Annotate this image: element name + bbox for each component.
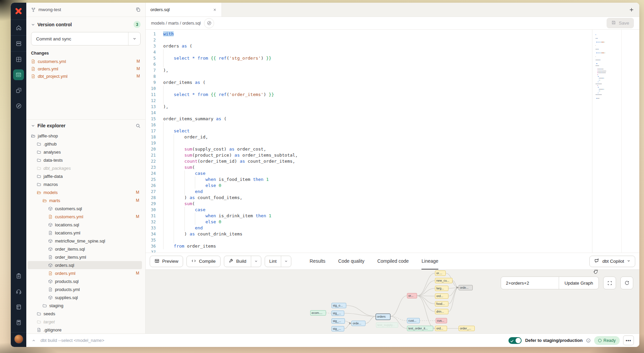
commit-and-sync-button[interactable]: Commit and sync — [31, 32, 141, 45]
file-tree-item[interactable]: target — [28, 318, 142, 326]
lineage-node[interactable]: cust... — [407, 318, 420, 323]
file-tree-item[interactable]: modelsM — [28, 188, 142, 196]
lineage-node[interactable]: larg... — [435, 286, 448, 291]
file-tree-item[interactable]: locations.yml — [28, 229, 142, 237]
docs-icon[interactable] — [11, 299, 26, 315]
commit-dropdown-caret[interactable] — [128, 32, 140, 45]
lineage-node[interactable]: test_order_it... — [407, 326, 433, 331]
lineage-node[interactable]: order_... — [459, 326, 475, 331]
file-tree-item[interactable]: order_items.yml — [28, 253, 142, 261]
status-badge[interactable]: Ready — [594, 336, 620, 345]
overflow-menu-button[interactable]: ••• — [623, 335, 634, 345]
file-tree-item[interactable]: products.sql — [28, 277, 142, 285]
update-graph-button[interactable]: Update Graph — [559, 277, 598, 289]
lineage-node[interactable]: stg_... — [331, 311, 344, 316]
lineage-node[interactable]: orde... — [351, 321, 365, 326]
file-tree-item[interactable]: jaffle-data — [28, 172, 142, 180]
change-item[interactable]: orders.ymlM — [31, 65, 141, 72]
chevron-up-icon[interactable] — [32, 339, 36, 343]
command-input[interactable]: dbt build --select <model_name> — [40, 338, 104, 343]
chevron-down-icon[interactable] — [31, 124, 35, 128]
refresh-button[interactable] — [620, 277, 633, 289]
lineage-node[interactable]: cus... — [436, 318, 447, 323]
file-tree-item[interactable]: locations.sql — [28, 221, 142, 229]
copy-icon[interactable] — [136, 7, 141, 12]
lineage-node[interactable]: test_supply... — [376, 322, 398, 328]
fullscreen-button[interactable] — [603, 277, 616, 289]
lineage-node[interactable]: or... — [407, 293, 417, 298]
clipboard-icon[interactable] — [11, 268, 26, 284]
dbt-copilot-button[interactable]: dbt Copilot — [589, 256, 635, 267]
lineage-node[interactable]: stg_... — [331, 318, 345, 324]
file-tree-item[interactable]: metricflow_time_spine.sql — [28, 237, 142, 245]
file-tree-item[interactable]: dbt_packages — [28, 164, 142, 172]
file-tree-item[interactable]: analyses — [28, 148, 142, 156]
changelog-icon[interactable] — [11, 315, 26, 330]
ide-editor-icon[interactable] — [11, 67, 26, 83]
panel-tab-lineage[interactable]: Lineage — [421, 253, 438, 270]
info-icon[interactable] — [586, 338, 591, 343]
panel-tab-compiled-code[interactable]: Compiled code — [377, 253, 409, 270]
file-tree-item[interactable]: supplies.sql — [28, 293, 142, 301]
selector-input[interactable]: 2+orders+2 — [501, 277, 559, 289]
layers-icon[interactable] — [11, 36, 26, 51]
lineage-node[interactable]: ecom.... — [310, 310, 326, 316]
lineage-node[interactable]: ord... — [435, 326, 447, 331]
compile-button[interactable]: Compile — [186, 256, 221, 267]
lineage-node[interactable]: or.... — [435, 270, 446, 276]
lineage-node[interactable]: orde... — [459, 285, 473, 290]
lineage-node[interactable]: new_cu... — [435, 278, 452, 283]
build-dropdown-caret[interactable] — [251, 256, 261, 267]
new-tab-button[interactable] — [624, 3, 639, 17]
file-tree-item[interactable]: customers.ymlM — [28, 213, 142, 221]
file-tree-item[interactable]: order_items.sql — [28, 245, 142, 253]
dbt-logo[interactable] — [11, 3, 26, 20]
file-tree-item[interactable]: macros — [28, 180, 142, 188]
dashboard-grid-icon[interactable] — [11, 52, 26, 67]
lineage-node[interactable]: drin... — [435, 309, 448, 314]
close-icon[interactable] — [213, 8, 217, 12]
lineage-panel[interactable]: ecom....stg_o...stg_...stg_...stg_...ord… — [146, 269, 639, 333]
lineage-node[interactable]: stg_... — [331, 326, 344, 331]
lint-dropdown-caret[interactable] — [281, 256, 291, 267]
lint-button[interactable]: Lint — [265, 256, 292, 267]
change-item[interactable]: customers.ymlM — [31, 58, 141, 65]
file-tree-item[interactable]: .gitignore — [28, 326, 142, 333]
user-avatar[interactable] — [14, 334, 23, 344]
build-button[interactable]: Build — [224, 256, 261, 267]
file-tree-item[interactable]: martsM — [28, 196, 142, 204]
preview-button[interactable]: Preview — [150, 256, 183, 267]
copilot-dropdown-caret[interactable] — [627, 259, 631, 264]
file-tree-item[interactable]: orders.ymlM — [28, 269, 142, 277]
support-headset-icon[interactable] — [11, 284, 26, 299]
bottom-toolbar: Preview Compile Build — [146, 253, 639, 269]
file-tree-item[interactable]: products.yml — [28, 285, 142, 293]
code-editor[interactable]: 1with23orders as (45 select * from {{ re… — [146, 30, 639, 253]
chevron-down-icon[interactable] — [31, 23, 35, 27]
file-tree-item[interactable]: data-tests — [28, 156, 142, 164]
navigate-lineage-icon[interactable] — [204, 18, 214, 28]
change-item[interactable]: dbt_project.ymlM — [31, 72, 141, 80]
file-tree-item[interactable]: seeds — [28, 310, 142, 318]
file-tree-item[interactable]: customers.sql — [28, 204, 142, 213]
lineage-node[interactable]: food... — [435, 301, 448, 307]
explore-compass-icon[interactable] — [11, 98, 26, 114]
panel-tab-code-quality[interactable]: Code quality — [338, 253, 364, 270]
minimap[interactable] — [595, 34, 618, 101]
lineage-node[interactable]: orders — [376, 314, 390, 320]
defer-toggle[interactable] — [508, 337, 522, 344]
home-icon[interactable] — [11, 20, 26, 35]
file-tree-item[interactable]: staging — [28, 301, 142, 310]
file-name: products.yml — [55, 287, 80, 292]
file-tree-item[interactable]: orders.sql — [28, 261, 142, 269]
lineage-node[interactable]: ord... — [435, 293, 448, 299]
search-icon[interactable] — [136, 123, 141, 128]
lineage-node[interactable]: stg_o... — [331, 303, 346, 308]
file-tree-item[interactable]: .github — [28, 140, 142, 148]
panel-tab-results[interactable]: Results — [310, 253, 325, 270]
scrollbar-track[interactable] — [621, 30, 622, 253]
save-button[interactable]: Save — [607, 18, 634, 28]
tab-orders-sql[interactable]: orders.sql — [146, 3, 222, 17]
orchestration-icon[interactable] — [11, 83, 26, 98]
file-tree-item[interactable]: jaffle-shop — [28, 132, 142, 140]
